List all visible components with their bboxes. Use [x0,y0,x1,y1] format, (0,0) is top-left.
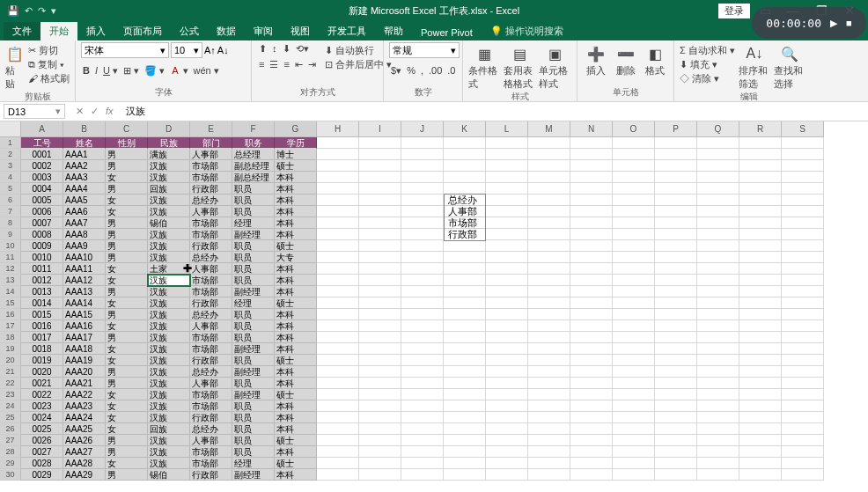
cell[interactable]: 0017 [21,332,63,343]
cell[interactable]: 人事部 [190,206,232,217]
cell[interactable] [655,366,697,378]
cell[interactable] [401,286,444,297]
cell[interactable] [401,252,444,263]
cell[interactable] [570,252,613,263]
cell[interactable]: AAA14 [63,297,106,309]
tab-layout[interactable]: 页面布局 [114,22,171,40]
cell[interactable] [317,332,359,343]
cell[interactable] [697,160,739,172]
cell[interactable] [444,423,486,435]
cell[interactable]: 副总经理 [232,160,275,172]
table-format-button[interactable]: ▤套用表格格式 [504,42,535,91]
cell[interactable] [739,252,782,263]
cell[interactable] [613,183,655,195]
row-header-2[interactable]: 2 [0,149,21,160]
cell[interactable] [401,355,444,366]
cell[interactable]: 汉族 [148,297,190,309]
cell[interactable] [697,149,739,160]
cell[interactable] [528,286,570,297]
cell[interactable] [444,297,486,309]
cell[interactable] [570,423,613,435]
cell[interactable]: AAA24 [63,412,106,423]
cell[interactable] [613,355,655,366]
cell[interactable] [317,137,359,149]
cell[interactable] [782,297,824,309]
row-header-26[interactable]: 26 [0,423,21,435]
cell[interactable]: 本科 [275,423,317,435]
cell[interactable]: AAA25 [63,423,106,435]
cell[interactable] [570,206,613,217]
cell[interactable]: AAA13 [63,286,106,297]
row-header-29[interactable]: 29 [0,458,21,469]
cell[interactable] [444,469,486,481]
cell[interactable] [401,275,444,286]
cell[interactable]: 本科 [275,309,317,320]
align-left-icon[interactable]: ≡ [257,58,266,71]
cell[interactable]: 行政部 [190,469,232,481]
play-icon[interactable]: ▶ [830,18,837,29]
cell[interactable] [782,423,824,435]
cell[interactable]: 女 [106,412,148,423]
cell[interactable] [528,183,570,195]
cell[interactable] [739,263,782,275]
cell[interactable] [570,378,613,389]
cell[interactable] [697,183,739,195]
name-box[interactable]: D13▾ [4,104,65,119]
cell[interactable] [359,240,401,252]
cell[interactable] [317,286,359,297]
cell[interactable] [739,435,782,446]
cell[interactable]: 0016 [21,320,63,332]
cell[interactable]: 职员 [232,446,275,458]
cell[interactable]: 职员 [232,332,275,343]
cell[interactable]: 本科 [275,366,317,378]
cell[interactable] [655,400,697,412]
cell[interactable] [486,263,528,275]
cut-button[interactable]: ✂ 剪切 [28,44,70,57]
cell[interactable] [401,263,444,275]
cell[interactable] [655,412,697,423]
cell[interactable] [486,343,528,355]
cell[interactable]: 职员 [232,400,275,412]
tab-help[interactable]: 帮助 [375,22,412,40]
cell[interactable] [655,172,697,183]
cell[interactable]: 汉族 [148,206,190,217]
cell[interactable] [739,469,782,481]
cell[interactable] [317,320,359,332]
cell[interactable]: 职员 [232,206,275,217]
cell[interactable] [655,229,697,240]
cell[interactable] [359,332,401,343]
cell[interactable]: AAA3 [63,172,106,183]
cell[interactable]: 职员 [232,355,275,366]
cell[interactable] [570,355,613,366]
cell[interactable]: 本科 [275,172,317,183]
cell[interactable] [444,160,486,172]
indent-inc-icon[interactable]: ⇥ [306,58,318,71]
grow-font-icon[interactable]: A↑ [204,45,216,55]
cell[interactable] [782,229,824,240]
row-header-18[interactable]: 18 [0,332,21,343]
cell[interactable] [528,366,570,378]
cell[interactable] [570,160,613,172]
cell[interactable] [655,297,697,309]
tab-data[interactable]: 数据 [208,22,245,40]
cell[interactable] [782,343,824,355]
cell[interactable]: 本科 [275,206,317,217]
cell[interactable] [444,252,486,263]
cell[interactable]: AAA22 [63,389,106,400]
indent-dec-icon[interactable]: ⇤ [293,58,305,71]
cell[interactable]: 博士 [275,149,317,160]
align-top-icon[interactable]: ⬆ [257,42,268,55]
cell[interactable]: 本科 [275,469,317,481]
cell[interactable]: 男 [106,366,148,378]
cell[interactable] [317,183,359,195]
cell[interactable] [401,469,444,481]
cell[interactable] [444,137,486,149]
cell[interactable] [697,275,739,286]
cell[interactable]: 汉族 [148,172,190,183]
shrink-font-icon[interactable]: A↓ [217,45,229,55]
col-header-B[interactable]: B [63,121,106,137]
cell[interactable] [655,355,697,366]
cell[interactable] [782,389,824,400]
cell[interactable] [401,195,444,206]
cell[interactable]: 汉族 [148,240,190,252]
